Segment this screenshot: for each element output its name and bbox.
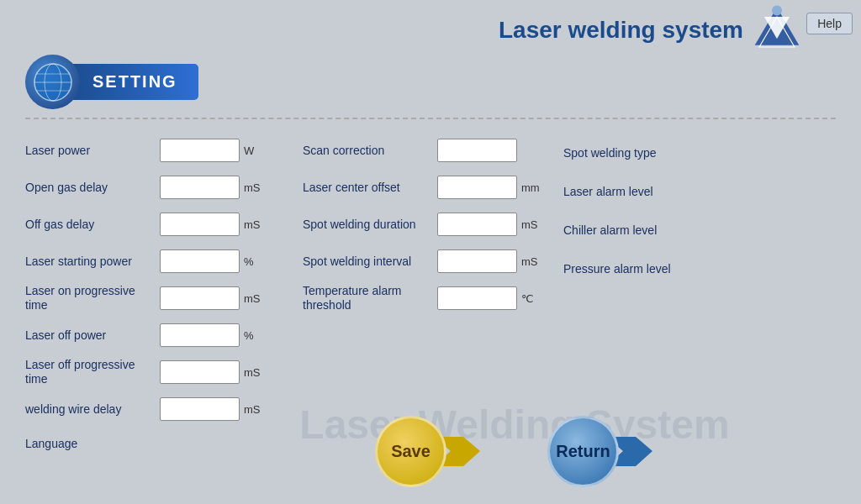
off-gas-delay-unit: mS (244, 218, 265, 231)
spot-welding-interval-input[interactable] (437, 249, 517, 273)
scan-correction-input[interactable] (437, 139, 517, 162)
globe-icon (25, 55, 80, 109)
laser-on-progressive-label: Laser on progressive time (25, 284, 156, 312)
field-temperature-alarm: Temperature alarm threshold ℃ (303, 282, 563, 314)
logo-icon (752, 4, 802, 55)
spot-welding-interval-unit: mS (521, 255, 542, 268)
welding-wire-delay-unit: mS (244, 403, 265, 416)
page-title: Laser welding system (499, 17, 743, 44)
laser-starting-power-unit: % (244, 255, 265, 268)
spot-welding-interval-label: Spot welding interval (303, 255, 433, 269)
field-laser-off-progressive: Laser off progressive time mS (25, 356, 303, 388)
globe-svg (32, 61, 74, 103)
pressure-alarm-level-label: Pressure alarm level (563, 255, 671, 280)
laser-power-label: Laser power (25, 144, 156, 158)
field-open-gas-delay: Open gas delay mS (25, 171, 303, 203)
field-laser-center-offset: Laser center offset mm (303, 171, 563, 203)
field-laser-on-progressive: Laser on progressive time mS (25, 282, 303, 314)
laser-starting-power-input[interactable] (160, 249, 240, 273)
language-row: Language (25, 430, 303, 457)
laser-off-power-unit: % (244, 329, 265, 342)
spot-welding-duration-input[interactable] (437, 213, 517, 236)
field-spot-welding-duration: Spot welding duration mS (303, 208, 563, 240)
field-welding-wire-delay: welding wire delay mS (25, 393, 303, 425)
scan-correction-label: Scan correction (303, 144, 433, 158)
open-gas-delay-input[interactable] (160, 176, 240, 199)
laser-power-unit: W (244, 144, 265, 157)
temperature-alarm-label: Temperature alarm threshold (303, 284, 433, 312)
field-scan-correction: Scan correction (303, 134, 563, 166)
bottom-buttons: Save Return (375, 416, 652, 487)
laser-on-progressive-input[interactable] (160, 286, 240, 310)
temperature-alarm-input[interactable] (437, 286, 517, 310)
laser-alarm-level-row: Laser alarm level (563, 173, 836, 207)
field-off-gas-delay: Off gas delay mS (25, 208, 303, 240)
welding-wire-delay-label: welding wire delay (25, 402, 156, 417)
chiller-alarm-level-label: Chiller alarm level (563, 217, 657, 241)
field-laser-starting-power: Laser starting power % (25, 245, 303, 277)
field-laser-power: Laser power W (25, 134, 303, 166)
laser-center-offset-input[interactable] (437, 176, 517, 199)
section-divider (25, 118, 836, 119)
laser-off-progressive-input[interactable] (160, 360, 240, 384)
field-spot-welding-interval: Spot welding interval mS (303, 245, 563, 277)
spot-welding-duration-label: Spot welding duration (303, 218, 433, 232)
return-button[interactable]: Return (547, 416, 619, 487)
welding-wire-delay-input[interactable] (160, 397, 240, 421)
save-button[interactable]: Save (375, 416, 446, 487)
help-button[interactable]: Help (806, 13, 853, 34)
off-gas-delay-label: Off gas delay (25, 218, 156, 232)
laser-on-progressive-unit: mS (244, 292, 265, 305)
laser-center-offset-label: Laser center offset (303, 181, 433, 195)
setting-panel: SETTING (25, 55, 198, 109)
laser-off-progressive-label: Laser off progressive time (25, 358, 156, 386)
save-btn-container: Save (375, 416, 480, 487)
off-gas-delay-input[interactable] (160, 213, 240, 236)
svg-point-3 (772, 6, 782, 16)
spot-welding-type-label: Spot welding type (563, 139, 657, 164)
laser-center-offset-unit: mm (521, 181, 542, 194)
open-gas-delay-unit: mS (244, 181, 265, 194)
spot-welding-type-row: Spot welding type (563, 134, 836, 168)
col1: Laser power W Open gas delay mS Off gas … (25, 134, 303, 496)
pressure-alarm-level-row: Pressure alarm level (563, 250, 836, 284)
laser-off-power-input[interactable] (160, 323, 240, 347)
laser-power-input[interactable] (160, 139, 240, 162)
laser-starting-power-label: Laser starting power (25, 255, 156, 269)
chiller-alarm-level-row: Chiller alarm level (563, 212, 836, 245)
spot-welding-duration-unit: mS (521, 218, 542, 231)
laser-off-progressive-unit: mS (244, 366, 265, 379)
temperature-alarm-unit: ℃ (521, 292, 542, 305)
open-gas-delay-label: Open gas delay (25, 181, 156, 195)
field-laser-off-power: Laser off power % (25, 319, 303, 351)
laser-alarm-level-label: Laser alarm level (563, 178, 653, 202)
language-label: Language (25, 437, 77, 450)
return-btn-container: Return (547, 416, 652, 487)
header: Laser welding system Help (0, 0, 861, 59)
setting-label: SETTING (63, 64, 198, 100)
laser-off-power-label: Laser off power (25, 328, 156, 343)
